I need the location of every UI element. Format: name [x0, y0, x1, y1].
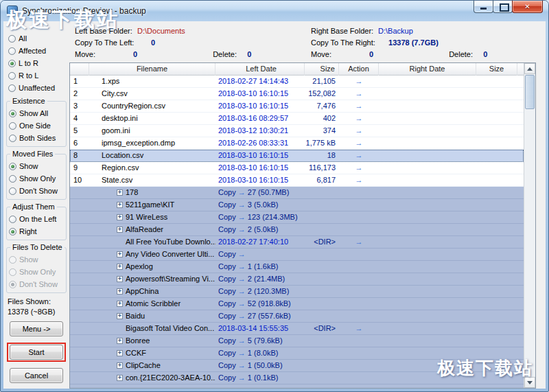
cancel-button[interactable]: Cancel [10, 368, 63, 383]
copy-label: Copy [218, 188, 238, 196]
size-cell [305, 199, 339, 211]
expand-icon[interactable]: + [117, 251, 123, 257]
expand-icon[interactable]: + [117, 276, 123, 282]
folder-row[interactable]: +5211game\KITCopy → 3 (5.0kB) [70, 199, 524, 211]
folder-name-text: ClipCache [126, 361, 161, 369]
expand-icon[interactable]: + [117, 350, 123, 356]
row-filler [517, 261, 524, 273]
column-header-filename[interactable]: Filename [89, 63, 215, 76]
folder-row[interactable]: +91 WireLessCopy → 123 (214.3MB) [70, 211, 524, 224]
column-header-size[interactable]: Size [305, 63, 339, 76]
scroll-up-button[interactable] [524, 63, 535, 74]
minimize-button[interactable] [474, 1, 493, 13]
folder-name-cell: +Baidu [89, 310, 215, 322]
file-row[interactable]: 3CountryRegion.csv2018-03-10 16:10:157,4… [70, 100, 524, 113]
file-row[interactable]: 10State.csv2018-03-10 16:10:156,817→ [70, 174, 524, 187]
radio-unaffected[interactable]: Unaffected [8, 82, 65, 94]
expand-icon[interactable]: + [117, 214, 123, 220]
right-size-cell [476, 236, 517, 248]
expand-icon[interactable]: + [117, 227, 123, 233]
folder-row[interactable]: +con.{21EC2020-3AEA-10...Copy → 1 (0.1kB… [70, 372, 524, 384]
file-row[interactable]: 9Region.csv2018-03-10 16:10:15116,173→ [70, 162, 524, 174]
window-title: Synchronization Preview - backup [22, 6, 146, 16]
expand-icon[interactable]: + [117, 313, 123, 319]
file-row[interactable]: 6ipmsg_exception.dmp2018-02-26 08:33:311… [70, 137, 524, 150]
action-cell: → [339, 113, 379, 124]
close-button[interactable] [512, 1, 543, 13]
folder-row[interactable]: +Atomic ScribblerCopy → 52 (918.8kB) [70, 298, 524, 310]
radio-both-sides[interactable]: Both Sides [9, 132, 64, 144]
folder-row[interactable]: +Any Video Converter Ulti...Copy → [70, 249, 524, 261]
expand-icon[interactable]: + [117, 189, 123, 196]
vertical-scrollbar[interactable] [524, 63, 535, 388]
column-header-action[interactable]: Action [339, 63, 379, 76]
right-date-cell [379, 323, 476, 334]
files-to-delete-group-label: Files To Delete [10, 243, 65, 251]
folder-row[interactable]: All Free YouTube Downlo...2018-02-27 17:… [70, 236, 524, 249]
titlebar[interactable]: Synchronization Preview - backup [1, 1, 548, 21]
radio-icon [9, 256, 16, 264]
column-header-left-date[interactable]: Left Date [215, 63, 305, 76]
expand-icon[interactable]: + [117, 264, 123, 270]
radio-right[interactable]: Right [9, 225, 64, 238]
file-row[interactable]: 11.xps2018-02-27 14:14:4321,105→ [70, 76, 524, 88]
expand-icon[interactable]: + [117, 288, 123, 295]
folder-row[interactable]: Bigasoft Total Video Con...2018-03-14 15… [70, 323, 524, 335]
column-header-size-right[interactable]: Size [476, 63, 517, 76]
copy-summary-cell: Copy → 1 (1.6kB) [215, 261, 305, 273]
folder-name-text: Bonree [126, 336, 150, 345]
menu-button[interactable]: Menu -> [10, 321, 63, 336]
expand-icon[interactable]: + [117, 202, 123, 208]
size-cell: 7,476 [305, 100, 339, 112]
file-row[interactable]: 8Location.csv2018-03-10 16:10:1518→ [70, 150, 524, 162]
folder-row[interactable]: +BonreeCopy → 5 (79.6kB) [70, 335, 524, 347]
radio-l-to-r[interactable]: L to R [8, 57, 65, 69]
radio-all[interactable]: All [8, 32, 65, 45]
expand-icon[interactable]: + [117, 338, 123, 344]
copy-label: Copy [218, 361, 238, 369]
folder-row[interactable]: +BaiduCopy → 27 (557.6kB) [70, 310, 524, 323]
action-cell [339, 360, 379, 371]
folder-row[interactable]: +AppChinaCopy → 2 (120.3MB) [70, 286, 524, 298]
left-delete-value: 0 [247, 50, 251, 58]
copy-label: Copy [218, 225, 238, 233]
scrollbar-thumb[interactable] [525, 75, 535, 109]
copy-count: 1 (0.1kB) [246, 373, 279, 382]
radio-one-side[interactable]: One Side [9, 119, 64, 132]
size-cell [305, 261, 339, 273]
radio-icon [9, 216, 16, 223]
folder-row[interactable]: +CCKFCopy → 1 (8.0kB) [70, 347, 524, 360]
folder-row[interactable]: +Apowersoft\Streaming Vi...Copy → 2 (21.… [70, 273, 524, 286]
column-header-rownum[interactable] [70, 63, 89, 76]
maximize-button[interactable] [493, 1, 513, 13]
row-number: 2 [70, 88, 89, 100]
radio-label: On the Left [19, 215, 56, 223]
file-row[interactable]: 2City.csv2018-03-10 16:10:15152,082→ [70, 88, 524, 100]
folder-row[interactable]: +ClipCacheCopy → 1 (50.0kB) [70, 360, 524, 372]
radio-don-t-show[interactable]: Don't Show [9, 185, 64, 197]
radio-show[interactable]: Show [9, 160, 64, 172]
radio-affected[interactable]: Affected [8, 45, 65, 57]
column-header-right-date[interactable]: Right Date [379, 63, 476, 76]
row-number [70, 335, 89, 347]
expand-icon[interactable]: + [117, 301, 123, 307]
right-delete-label: Delete: [449, 50, 481, 58]
folder-row[interactable]: +AlfaReaderCopy → 2 (5.0kB) [70, 224, 524, 236]
radio-on-the-left[interactable]: On the Left [9, 213, 64, 225]
copy-arrow-icon: → [238, 299, 246, 308]
copy-arrow-icon: → [238, 336, 246, 345]
radio-icon [9, 228, 16, 235]
folder-row[interactable]: +178Copy → 27 (50.7MB) [70, 187, 524, 199]
filename-cell: State.csv [89, 174, 215, 186]
copy-summary-cell: Copy → 1 (0.1kB) [215, 372, 305, 384]
expand-icon[interactable]: + [117, 375, 123, 381]
scroll-down-button[interactable] [524, 377, 535, 388]
start-button[interactable]: Start [10, 345, 63, 360]
radio-show-all[interactable]: Show All [9, 107, 64, 119]
expand-icon[interactable]: + [117, 362, 123, 369]
folder-row[interactable]: +ApexlogCopy → 1 (1.6kB) [70, 261, 524, 273]
radio-r-to-l[interactable]: R to L [8, 69, 65, 82]
file-row[interactable]: 4desktop.ini2018-03-16 08:29:57402→ [70, 113, 524, 125]
file-row[interactable]: 5goom.ini2018-03-12 10:30:21374→ [70, 125, 524, 137]
radio-show-only[interactable]: Show Only [9, 172, 64, 185]
